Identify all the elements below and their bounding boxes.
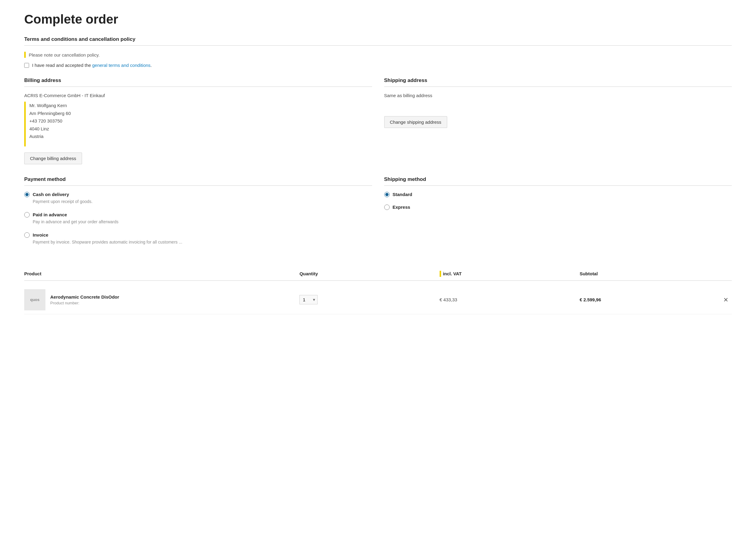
shipping-express-label[interactable]: Express — [384, 204, 732, 210]
notice-bar: Please note our cancellation policy. — [24, 52, 732, 58]
shipping-standard-radio[interactable] — [384, 192, 390, 197]
shipping-method-divider — [384, 186, 732, 186]
change-shipping-button[interactable]: Change shipping address — [384, 116, 447, 128]
payment-option-advance: Paid in advance Pay in advance and get y… — [24, 212, 372, 225]
shipping-method-title: Shipping method — [384, 176, 732, 183]
terms-link[interactable]: general terms and conditions — [92, 62, 151, 68]
terms-divider — [24, 45, 732, 46]
payment-option-invoice: Invoice Payment by invoice. Shopware pro… — [24, 232, 372, 245]
payment-advance-radio[interactable] — [24, 212, 30, 218]
notice-text: Please note our cancellation policy. — [29, 52, 100, 58]
payment-cod-radio[interactable] — [24, 192, 30, 197]
shipping-standard-label[interactable]: Standard — [384, 192, 732, 197]
product-number-label: Product number: — [50, 301, 119, 305]
payment-advance-label[interactable]: Paid in advance — [24, 212, 372, 218]
shipping-divider — [384, 87, 732, 87]
shipping-express-option: Express — [384, 204, 732, 210]
address-row: Billing address ACRIS E-Commerce GmbH - … — [24, 77, 732, 164]
product-name: Aerodynamic Concrete DisOdor — [50, 294, 119, 300]
qty-select-wrap: 1 2 3 ▼ — [299, 295, 318, 304]
change-billing-button[interactable]: Change billing address — [24, 152, 82, 164]
remove-product-button[interactable]: ✕ — [720, 295, 732, 305]
terms-section: Terms and conditions and cancellation po… — [24, 36, 732, 68]
payment-invoice-label[interactable]: Invoice — [24, 232, 372, 238]
shipping-express-radio[interactable] — [384, 204, 390, 210]
terms-checkbox[interactable] — [24, 63, 29, 68]
payment-cod-label[interactable]: Cash on delivery — [24, 192, 372, 197]
notice-yellow-accent — [24, 52, 26, 58]
terms-checkbox-row: I have read and accepted the general ter… — [24, 62, 732, 68]
billing-section-title: Billing address — [24, 77, 372, 84]
payment-invoice-desc: Payment by invoice. Shopware provides au… — [33, 239, 372, 245]
terms-checkbox-label: I have read and accepted the general ter… — [32, 62, 152, 68]
product-info: quos Aerodynamic Concrete DisOdor Produc… — [24, 289, 294, 310]
quantity-select[interactable]: 1 2 3 — [299, 295, 318, 304]
page-title: Complete order — [24, 12, 732, 27]
col-header-product: Product — [24, 271, 294, 276]
payment-divider — [24, 186, 372, 186]
table-row: quos Aerodynamic Concrete DisOdor Produc… — [24, 286, 732, 314]
shipping-method-section: Shipping method Standard Express — [384, 176, 732, 253]
payment-invoice-radio[interactable] — [24, 232, 30, 238]
products-section: Product Quantity incl. VAT Subtotal quos… — [24, 271, 732, 314]
payment-shipping-row: Payment method Cash on delivery Payment … — [24, 176, 732, 253]
product-qty-cell: 1 2 3 ▼ — [299, 295, 435, 304]
billing-divider — [24, 87, 372, 87]
payment-cod-desc: Payment upon receipt of goods. — [33, 198, 372, 205]
col-header-subtotal: Subtotal — [579, 271, 715, 276]
shipping-same-as-billing: Same as billing address — [384, 93, 732, 98]
payment-advance-desc: Pay in advance and get your order afterw… — [33, 219, 372, 225]
billing-company: ACRIS E-Commerce GmbH - IT Einkauf — [24, 93, 372, 98]
billing-address-section: Billing address ACRIS E-Commerce GmbH - … — [24, 77, 372, 164]
payment-option-cod: Cash on delivery Payment upon receipt of… — [24, 192, 372, 205]
billing-address-block: Mr. Wolfgang Kern Am Pfenningberg 60 +43… — [29, 102, 71, 141]
shipping-section-title: Shipping address — [384, 77, 732, 84]
vat-yellow-accent — [440, 271, 441, 277]
billing-yellow-accent — [24, 102, 26, 146]
col-header-incl-vat: incl. VAT — [440, 271, 575, 277]
col-header-quantity: Quantity — [299, 271, 435, 276]
shipping-address-section: Shipping address Same as billing address… — [384, 77, 732, 164]
payment-section-title: Payment method — [24, 176, 372, 183]
product-subtotal: € 2.599,96 — [579, 297, 715, 302]
payment-method-section: Payment method Cash on delivery Payment … — [24, 176, 372, 253]
terms-section-title: Terms and conditions and cancellation po… — [24, 36, 732, 42]
shipping-standard-option: Standard — [384, 192, 732, 197]
product-incl-vat: € 433,33 — [440, 297, 575, 302]
product-thumbnail: quos — [24, 289, 45, 310]
products-header: Product Quantity incl. VAT Subtotal — [24, 271, 732, 281]
